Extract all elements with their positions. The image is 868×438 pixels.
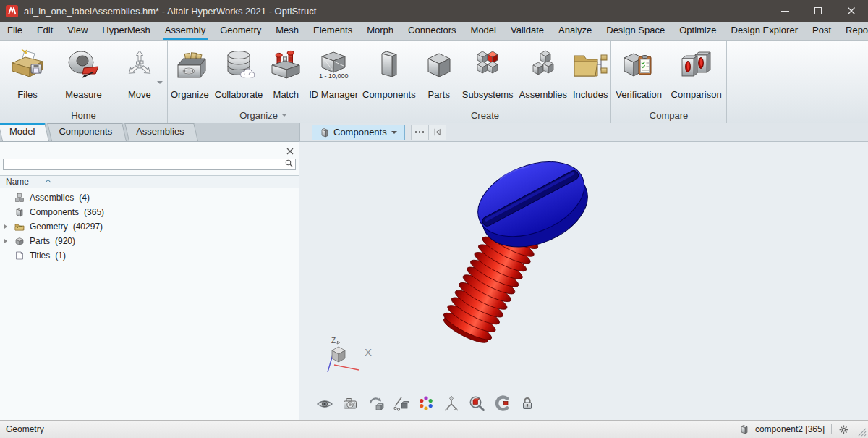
ribbon-group-organize: Organize Collaborate xyxy=(168,41,359,123)
axis-triad-icon xyxy=(443,395,460,412)
ribbon-group-create: Components Parts xyxy=(359,41,611,123)
subsystems-icon xyxy=(470,47,505,82)
menu-analyze[interactable]: Analyze xyxy=(551,22,599,40)
orientation-triad[interactable]: Z X xyxy=(317,334,386,379)
menu-mesh[interactable]: Mesh xyxy=(268,22,306,40)
menu-morph[interactable]: Morph xyxy=(359,22,401,40)
group-dropdown-icon[interactable] xyxy=(281,114,287,117)
menu-post[interactable]: Post xyxy=(805,22,838,40)
collaborate-button[interactable]: Collaborate xyxy=(212,45,266,100)
close-button[interactable] xyxy=(835,0,868,22)
menu-validate[interactable]: Validate xyxy=(503,22,551,40)
color-ring-icon xyxy=(417,395,435,412)
close-icon xyxy=(847,7,856,15)
entity-selector-button[interactable]: Components xyxy=(312,125,405,140)
id-manager-icon xyxy=(318,50,349,75)
includes-icon xyxy=(573,47,608,82)
ribbon: Files Measure xyxy=(0,41,868,123)
clipping-button[interactable] xyxy=(493,394,511,413)
menu-design-explorer[interactable]: Design Explorer xyxy=(724,22,806,40)
subsystems-button[interactable]: Subsystems xyxy=(459,45,516,100)
tab-assemblies[interactable]: Assemblies xyxy=(129,123,198,141)
ellipsis-icon xyxy=(415,131,425,133)
search-icon xyxy=(285,159,293,167)
menu-report[interactable]: Report xyxy=(838,22,868,40)
close-icon xyxy=(286,148,294,155)
geometry-tree-icon xyxy=(14,222,25,232)
tree-row-parts[interactable]: Parts (920) xyxy=(0,234,299,248)
lock-button[interactable] xyxy=(518,394,537,413)
menu-geometry[interactable]: Geometry xyxy=(213,22,268,40)
menu-elements[interactable]: Elements xyxy=(306,22,359,40)
menu-hypermesh[interactable]: HyperMesh xyxy=(95,22,157,40)
settings-gear-icon[interactable] xyxy=(838,424,849,435)
id-manager-button[interactable]: 1 - 10,000 ID Manager xyxy=(306,45,361,100)
files-button[interactable]: Files xyxy=(7,45,48,100)
tree-row-assemblies[interactable]: Assemblies (4) xyxy=(0,190,299,205)
lock-icon xyxy=(519,395,536,412)
menu-bar: File Edit View HyperMesh Assembly Geomet… xyxy=(0,22,868,41)
menu-edit[interactable]: Edit xyxy=(30,22,60,40)
view-toolbar xyxy=(315,394,537,413)
tree-row-titles[interactable]: Titles (1) xyxy=(0,248,299,263)
panel-close-button[interactable] xyxy=(286,145,294,158)
chevron-down-icon xyxy=(391,131,397,134)
assemblies-tree-icon xyxy=(14,193,25,203)
menu-connectors[interactable]: Connectors xyxy=(401,22,463,40)
canvas-viewport[interactable]: Z X xyxy=(299,142,868,420)
resize-grip[interactable] xyxy=(857,427,867,437)
status-selection-label: component2 [365] xyxy=(755,424,825,434)
tab-components[interactable]: Components xyxy=(51,123,127,141)
includes-button[interactable]: Includes xyxy=(570,45,610,100)
organize-icon xyxy=(172,47,207,82)
camera-icon xyxy=(341,395,359,412)
comparison-button[interactable]: Comparison xyxy=(668,45,725,100)
tree-row-geometry[interactable]: Geometry (40297) xyxy=(0,219,299,234)
menu-file[interactable]: File xyxy=(0,22,30,40)
model-tree: Assemblies (4) Components (365) Geometry… xyxy=(0,188,299,263)
browser-search-input[interactable] xyxy=(3,159,296,170)
match-icon xyxy=(268,47,303,82)
rotate-view-button[interactable] xyxy=(366,394,385,413)
status-bar: Geometry component2 [365] xyxy=(0,420,868,438)
capture-button[interactable] xyxy=(341,394,359,413)
components-button[interactable]: Components xyxy=(359,45,419,100)
view-style-button[interactable] xyxy=(315,394,334,413)
measure-button[interactable]: Measure xyxy=(62,45,105,100)
menu-view[interactable]: View xyxy=(60,22,95,40)
match-button[interactable]: Match xyxy=(265,45,306,100)
colors-button[interactable] xyxy=(417,394,435,413)
parts-button[interactable]: Parts xyxy=(419,45,459,100)
collapse-toolbar-button[interactable] xyxy=(428,125,446,140)
name-column-header[interactable]: Name xyxy=(0,175,299,188)
tree-row-components[interactable]: Components (365) xyxy=(0,205,299,219)
minimize-button[interactable] xyxy=(768,0,801,22)
triad-toggle-button[interactable] xyxy=(442,394,461,413)
more-options-button[interactable] xyxy=(411,125,429,140)
axis-x-label: X xyxy=(365,346,372,358)
sort-ascending-icon xyxy=(45,179,51,183)
verification-button[interactable]: Verification xyxy=(613,45,665,100)
organize-button[interactable]: Organize xyxy=(168,45,212,100)
assemblies-button[interactable]: Assemblies xyxy=(516,45,570,100)
eye-icon xyxy=(316,395,333,412)
parts-icon xyxy=(422,47,456,82)
menu-assembly[interactable]: Assembly xyxy=(158,22,213,40)
menu-design-space[interactable]: Design Space xyxy=(599,22,672,40)
menu-optimize[interactable]: Optimize xyxy=(672,22,723,40)
canvas-toolbar: Components xyxy=(299,123,868,142)
menu-model[interactable]: Model xyxy=(464,22,503,40)
model-browser-panel: Name Assemblies (4) Components (365) xyxy=(0,142,299,420)
assemblies-icon xyxy=(526,47,561,82)
move-button[interactable]: Move xyxy=(119,45,160,100)
group-label-home: Home xyxy=(0,107,167,123)
expand-icon[interactable] xyxy=(4,239,7,243)
maximize-button[interactable] xyxy=(801,0,835,22)
move-dropdown-icon[interactable] xyxy=(157,81,163,84)
column-divider[interactable] xyxy=(98,176,98,188)
zoom-button[interactable] xyxy=(467,394,486,413)
expand-icon[interactable] xyxy=(4,224,7,229)
quick-edit-button[interactable] xyxy=(391,394,410,413)
components-tree-icon xyxy=(14,207,24,217)
tab-model[interactable]: Model xyxy=(2,123,49,141)
